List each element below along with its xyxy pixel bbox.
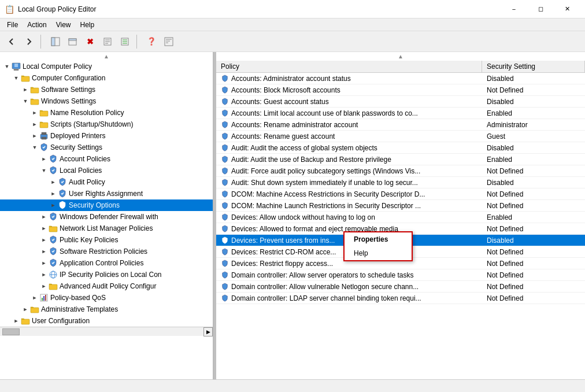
tree-node-windows-settings[interactable]: ▼ Windows Settings xyxy=(0,95,213,107)
close-button[interactable]: ✕ xyxy=(554,0,580,19)
expand-icon[interactable]: ► xyxy=(39,224,49,233)
expand-icon[interactable]: ▼ xyxy=(12,73,21,83)
expand-icon[interactable]: ▼ xyxy=(30,143,39,152)
list-row[interactable]: Devices: Allow undock without having to … xyxy=(216,212,585,223)
expand-icon[interactable]: ► xyxy=(39,258,49,268)
setting-cell: Disabled xyxy=(482,97,585,107)
policy-cell: Domain controller: LDAP server channel b… xyxy=(216,293,482,304)
tree-node-user-configuration[interactable]: ► User Configuration xyxy=(0,315,213,327)
list-row[interactable]: Domain controller: Allow vulnerable Netl… xyxy=(216,281,585,293)
tree-node-audit-policy[interactable]: ► Audit Policy xyxy=(0,176,213,188)
expand-icon[interactable]: ▼ xyxy=(2,62,12,71)
list-pane[interactable]: ▲ Policy Security Setting Accounts: Admi… xyxy=(216,52,585,379)
export-button[interactable] xyxy=(117,34,133,50)
tree-node-policy-based-qos[interactable]: ► Policy-based QoS xyxy=(0,292,213,304)
tree-pane[interactable]: ▲ ▼ Local Computer Policy▼ Computer Conf… xyxy=(0,52,214,379)
list-row[interactable]: Domain controller: Allow server operator… xyxy=(216,269,585,281)
expand-icon[interactable]: ► xyxy=(30,131,39,140)
tree-node-label: Audit Policy xyxy=(69,178,105,186)
list-row[interactable]: Audit: Audit the use of Backup and Resto… xyxy=(216,154,585,165)
tree-node-software-settings[interactable]: ► Software Settings xyxy=(0,84,213,95)
tree-node-advanced-audit[interactable]: ► Advanced Audit Policy Configur xyxy=(0,280,213,292)
list-row[interactable]: Accounts: Rename guest accountGuest xyxy=(216,131,585,142)
list-row[interactable]: Accounts: Guest account statusDisabled xyxy=(216,96,585,108)
svg-rect-27 xyxy=(49,227,57,232)
menu-file[interactable]: File xyxy=(2,20,23,30)
tree-node-account-policies[interactable]: ► Account Policies xyxy=(0,153,213,165)
delete-button[interactable]: ✖ xyxy=(82,34,98,50)
new-window-button[interactable] xyxy=(65,34,81,50)
tree-node-computer-configuration[interactable]: ▼ Computer Configuration xyxy=(0,72,213,84)
list-row[interactable]: Accounts: Limit local account use of bla… xyxy=(216,108,585,119)
menu-action[interactable]: Action xyxy=(23,20,51,30)
list-row[interactable]: DCOM: Machine Launch Restrictions in Sec… xyxy=(216,200,585,212)
column-setting[interactable]: Security Setting xyxy=(482,61,585,72)
context-menu-properties[interactable]: Properties xyxy=(345,232,412,246)
tree-node-administrative-templates[interactable]: ► Administrative Templates xyxy=(0,304,213,315)
tree-node-public-key-policies[interactable]: ► Public Key Policies xyxy=(0,234,213,246)
policy-label: Audit: Force audit policy subcategory se… xyxy=(231,167,420,175)
list-row[interactable]: DCOM: Machine Access Restrictions in Sec… xyxy=(216,188,585,200)
column-policy[interactable]: Policy xyxy=(216,61,482,72)
expand-icon[interactable]: ► xyxy=(30,120,39,129)
list-row[interactable]: Accounts: Administrator account statusDi… xyxy=(216,73,585,84)
tree-node-label: Software Restriction Policies xyxy=(60,247,147,256)
tree-node-deployed-printers[interactable]: ► Deployed Printers xyxy=(0,130,213,142)
policy-icon xyxy=(221,260,229,268)
tree-node-windows-defender-firewall[interactable]: ► Windows Defender Firewall with xyxy=(0,211,213,223)
tree-node-icon xyxy=(49,270,58,279)
expand-icon[interactable]: ► xyxy=(39,212,49,221)
expand-icon[interactable]: ▼ xyxy=(21,97,30,106)
list-row[interactable]: Accounts: Rename administrator accountAd… xyxy=(216,119,585,131)
tree-node-security-settings[interactable]: ▼ Security Settings xyxy=(0,142,213,153)
expand-icon[interactable]: ► xyxy=(39,270,49,279)
list-row[interactable]: Domain controller: LDAP server channel b… xyxy=(216,293,585,304)
expand-icon[interactable]: ► xyxy=(49,201,58,210)
tree-node-local-policies[interactable]: ▼ Local Policies xyxy=(0,165,213,176)
expand-icon[interactable]: ► xyxy=(49,177,58,187)
context-menu-help[interactable]: Help xyxy=(345,246,412,260)
tree-node-icon xyxy=(58,201,67,210)
setting-cell: Enabled xyxy=(482,154,585,165)
expand-icon[interactable]: ► xyxy=(39,154,49,164)
list-row[interactable]: Audit: Force audit policy subcategory se… xyxy=(216,165,585,177)
expand-icon[interactable]: ► xyxy=(21,305,30,314)
expand-icon[interactable]: ► xyxy=(39,235,49,245)
tree-node-security-options[interactable]: ► Security Options xyxy=(0,199,213,211)
tree-node-scripts-startup[interactable]: ► Scripts (Startup/Shutdown) xyxy=(0,119,213,130)
policy-label: Audit: Audit the access of global system… xyxy=(231,144,377,152)
expand-icon[interactable]: ► xyxy=(39,282,49,291)
expand-icon[interactable]: ▼ xyxy=(39,166,49,175)
app-icon: 📋 xyxy=(5,5,14,14)
filter-button[interactable] xyxy=(161,34,177,50)
expand-icon[interactable]: ► xyxy=(30,108,39,117)
policy-icon xyxy=(221,132,229,140)
menu-view[interactable]: View xyxy=(51,20,76,30)
back-button[interactable] xyxy=(3,34,20,50)
list-row[interactable]: Accounts: Block Microsoft accountsNot De… xyxy=(216,84,585,96)
tree-node-network-list-manager[interactable]: ► Network List Manager Policies xyxy=(0,223,213,234)
forward-button[interactable] xyxy=(21,34,37,50)
show-hide-button[interactable] xyxy=(47,34,64,50)
tree-node-ip-security[interactable]: ► IP Security Policies on Local Con xyxy=(0,269,213,280)
menu-help[interactable]: Help xyxy=(76,20,99,30)
help-button[interactable]: ❓ xyxy=(143,34,160,50)
tree-node-application-control[interactable]: ► Application Control Policies xyxy=(0,257,213,269)
expand-icon[interactable]: ► xyxy=(39,247,49,256)
hscroll-right-tree[interactable]: ▶ xyxy=(203,327,213,336)
expand-icon[interactable]: ► xyxy=(30,293,39,302)
minimize-button[interactable]: − xyxy=(501,0,527,19)
policy-icon xyxy=(221,225,229,233)
tree-node-user-rights-assignment[interactable]: ► User Rights Assignment xyxy=(0,188,213,199)
expand-icon[interactable]: ► xyxy=(49,189,58,198)
tree-node-local-computer-policy[interactable]: ▼ Local Computer Policy xyxy=(0,61,213,72)
tree-node-name-resolution-policy[interactable]: ► Name Resolution Policy xyxy=(0,107,213,119)
properties-button[interactable] xyxy=(99,34,116,50)
expand-icon[interactable]: ► xyxy=(12,316,21,326)
list-row[interactable]: Audit: Shut down system immediately if u… xyxy=(216,177,585,188)
tree-node-software-restriction[interactable]: ► Software Restriction Policies xyxy=(0,246,213,257)
expand-icon[interactable]: ► xyxy=(21,85,30,94)
restore-button[interactable]: ◻ xyxy=(527,0,554,19)
list-row[interactable]: Audit: Audit the access of global system… xyxy=(216,142,585,154)
policy-icon xyxy=(221,271,229,279)
